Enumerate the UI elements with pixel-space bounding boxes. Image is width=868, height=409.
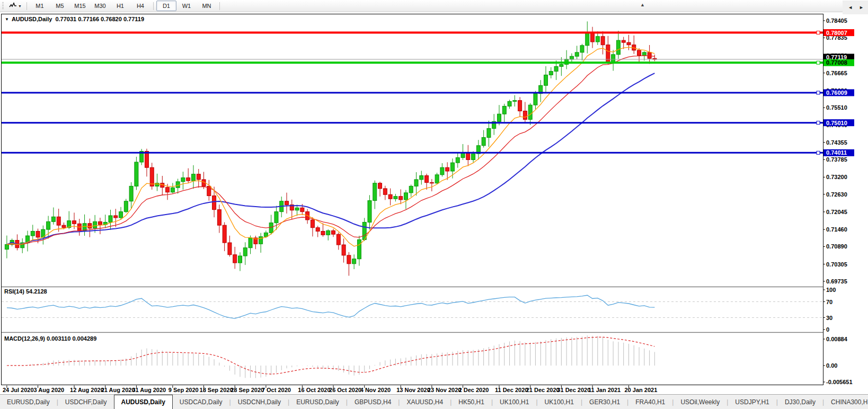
candle-body bbox=[637, 50, 641, 56]
chart-tab[interactable]: USDCNH,Daily bbox=[231, 395, 288, 409]
chart-tab[interactable]: GBPUSD,H4 bbox=[348, 395, 398, 409]
candle-body bbox=[109, 216, 112, 222]
price-axis-tick-label: 0.78405 bbox=[826, 17, 847, 24]
chart-tab[interactable]: EURUSD,Daily bbox=[289, 395, 346, 409]
candle-body bbox=[394, 197, 397, 199]
candle-body bbox=[187, 177, 190, 181]
candle-body bbox=[98, 221, 102, 225]
candle-body bbox=[73, 221, 76, 224]
candle-body bbox=[135, 162, 138, 186]
candle-body bbox=[378, 183, 382, 189]
candle-body bbox=[243, 248, 247, 256]
mt4-window: 0.784050.778350.772500.766650.760800.755… bbox=[0, 0, 868, 409]
candle-body bbox=[435, 175, 439, 183]
timeframe-button-m30[interactable]: M30 bbox=[90, 1, 110, 11]
price-axis-tick-label: 0.74355 bbox=[826, 139, 847, 146]
timeframe-button-m5[interactable]: M5 bbox=[50, 1, 70, 11]
candle-body bbox=[166, 188, 170, 192]
candle-body bbox=[440, 167, 444, 175]
date-axis-label: 2 Dec 2020 bbox=[459, 387, 489, 393]
candle-body bbox=[518, 101, 522, 111]
timeframe-button-mn[interactable]: MN bbox=[197, 1, 217, 11]
chart-tab[interactable]: UK100,H1 bbox=[538, 395, 581, 409]
line-handle[interactable] bbox=[817, 61, 820, 64]
symbol-dropdown-icon[interactable]: ▼ bbox=[5, 17, 9, 22]
candle-body bbox=[420, 176, 423, 180]
candle-body bbox=[642, 52, 646, 56]
line-handle[interactable] bbox=[817, 31, 820, 34]
date-axis-label: 31 Aug 2020 bbox=[132, 387, 166, 393]
tab-scroll-left-icon[interactable]: ◄ bbox=[848, 5, 853, 10]
candle-body bbox=[316, 228, 320, 232]
candle-body bbox=[554, 67, 558, 72]
chart-tab[interactable]: GER30,H1 bbox=[582, 395, 627, 409]
date-axis-label: 23 Nov 2020 bbox=[428, 387, 462, 393]
price-axis-tick-label: 0.76665 bbox=[826, 70, 847, 76]
candle-body bbox=[622, 40, 625, 42]
candle-body bbox=[368, 201, 371, 223]
candle-body bbox=[150, 167, 154, 186]
timeframe-button-m1[interactable]: M1 bbox=[30, 1, 50, 11]
timeframe-button-d1[interactable]: D1 bbox=[156, 1, 176, 11]
price-axis-tick-label: 0.71460 bbox=[826, 226, 847, 233]
chart-tab-bar: EURUSD,Daily|USDCHF,DailyAUDUSD,DailyUSD… bbox=[0, 394, 868, 409]
chart-tab[interactable]: USDCHF,Daily bbox=[58, 395, 114, 409]
candle-body bbox=[83, 224, 86, 231]
line-handle[interactable] bbox=[817, 91, 820, 94]
candle-body bbox=[31, 231, 34, 236]
candle-body bbox=[549, 72, 553, 75]
candle-body bbox=[5, 244, 8, 249]
timeframe-button-w1[interactable]: W1 bbox=[176, 1, 197, 11]
candle-body bbox=[295, 208, 299, 210]
candle-body bbox=[114, 216, 118, 218]
candle-body bbox=[373, 183, 377, 201]
tab-scroll-right-icon[interactable]: ► bbox=[859, 5, 864, 10]
date-axis-label: 20 Jan 2021 bbox=[624, 387, 657, 393]
date-axis-label: 28 Sep 2020 bbox=[231, 387, 264, 393]
chart-tab[interactable]: HK50,H1 bbox=[451, 395, 491, 409]
toolbar-collapse-icon[interactable]: ▲ bbox=[640, 2, 645, 7]
timeframe-button-m15[interactable]: M15 bbox=[70, 1, 90, 11]
line-handle[interactable] bbox=[817, 151, 820, 154]
chart-tab[interactable]: USDJPY,H1 bbox=[728, 395, 776, 409]
chart-tab[interactable]: USOil,Weekly bbox=[674, 395, 727, 409]
chart-background bbox=[2, 14, 823, 385]
candle-body bbox=[388, 194, 392, 199]
level-price-badge-label: 0.78007 bbox=[826, 30, 847, 36]
candle-body bbox=[596, 37, 599, 42]
candle-body bbox=[528, 105, 532, 119]
candle-body bbox=[36, 231, 40, 237]
chart-tab[interactable]: XAUUSD,H4 bbox=[400, 395, 450, 409]
candle-body bbox=[586, 32, 589, 46]
macd-axis-label: 0.00 bbox=[826, 362, 837, 369]
line-handle[interactable] bbox=[817, 121, 820, 125]
pointer-wave-icon bbox=[9, 2, 17, 10]
timeframe-button-h4[interactable]: H4 bbox=[130, 1, 150, 11]
candle-body bbox=[523, 111, 527, 120]
chart-tab[interactable]: EURUSD,Daily bbox=[0, 395, 57, 409]
candle-body bbox=[612, 55, 615, 63]
candle-body bbox=[575, 52, 579, 56]
candle-body bbox=[238, 256, 242, 263]
timeframe-button-group: M1M5M15M30H1H4D1W1MN bbox=[30, 1, 217, 11]
chart-tab[interactable]: USDCAD,Daily bbox=[173, 395, 229, 409]
toolbar-grip[interactable] bbox=[2, 2, 4, 10]
date-axis-label: 7 Oct 2020 bbox=[262, 387, 291, 393]
chart-tools-icon[interactable]: ▼ bbox=[7, 1, 24, 11]
candle-body bbox=[508, 101, 511, 106]
candle-body bbox=[352, 259, 356, 264]
chart-tab[interactable]: UK100,H1 bbox=[493, 395, 536, 409]
candle-body bbox=[285, 201, 289, 205]
candle-body bbox=[544, 75, 548, 85]
toolbar-separator bbox=[153, 2, 154, 10]
candle-body bbox=[570, 56, 573, 59]
toolbar-separator bbox=[219, 2, 220, 10]
candle-body bbox=[409, 186, 413, 192]
chart-tab[interactable]: DJ30,Daily bbox=[778, 395, 822, 409]
candle-body bbox=[191, 174, 195, 181]
chart-tab[interactable]: AUDUSD,Daily bbox=[114, 395, 173, 409]
candle-body bbox=[502, 106, 506, 114]
chart-tab[interactable]: FRA40,H1 bbox=[628, 395, 672, 409]
chart-tab[interactable]: CHINA300,H1 bbox=[824, 395, 868, 409]
timeframe-button-h1[interactable]: H1 bbox=[110, 1, 130, 11]
